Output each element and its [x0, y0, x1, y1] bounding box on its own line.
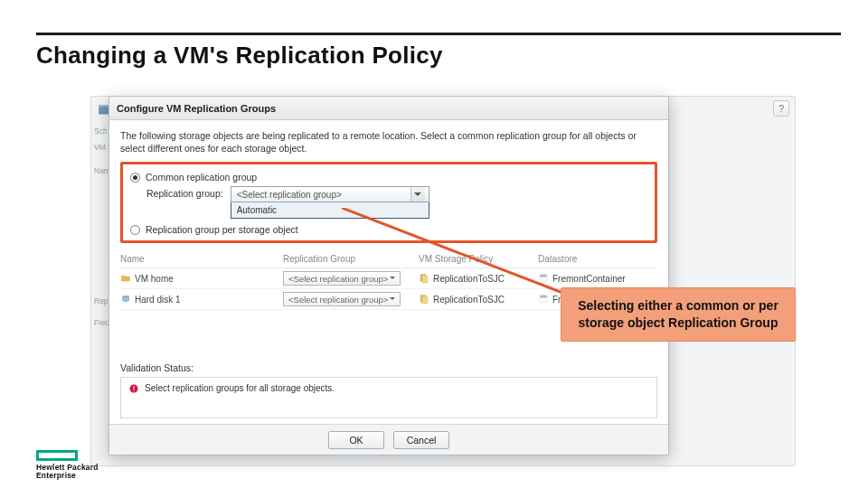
objects-table-header: Name Replication Group VM Storage Policy…: [120, 250, 657, 268]
col-datastore: Datastore: [538, 254, 657, 264]
ok-button[interactable]: OK: [328, 431, 384, 449]
disk-icon: [120, 294, 131, 305]
row-rg-select[interactable]: <Select replication group>: [283, 292, 401, 306]
bg-label: Freq: [94, 318, 109, 327]
chevron-down-icon: [410, 187, 425, 202]
radio-label: Replication group per storage object: [146, 224, 298, 235]
rule-top: [36, 33, 841, 35]
replication-group-choice-highlight: Common replication group Replication gro…: [120, 162, 657, 243]
modal-title: Configure VM Replication Groups: [117, 103, 276, 114]
configure-replication-modal: Configure VM Replication Groups The foll…: [108, 96, 669, 455]
svg-rect-11: [134, 390, 135, 391]
col-name: Name: [120, 254, 283, 264]
error-icon: [128, 383, 139, 394]
row-policy: ReplicationToSJC: [433, 274, 505, 284]
rg-select-label: Replication group:: [146, 186, 223, 199]
datastore-icon: [538, 273, 549, 284]
svg-rect-7: [422, 296, 428, 304]
modal-footer: OK Cancel: [109, 424, 668, 455]
policy-icon: [419, 294, 429, 305]
row-rg-value: <Select replication group>: [288, 274, 388, 284]
hpe-text-2: Enterprise: [36, 472, 99, 480]
hpe-logo: Hewlett Packard Enterprise: [36, 450, 99, 480]
rg-select-value: <Select replication group>: [237, 190, 342, 200]
policy-icon: [419, 273, 429, 284]
bg-label: Sch: [94, 127, 108, 136]
row-name: VM home: [135, 274, 174, 284]
datastore-icon: [538, 294, 549, 305]
modal-titlebar: Configure VM Replication Groups: [109, 97, 668, 120]
bg-label: Rep: [94, 296, 108, 305]
svg-rect-10: [134, 386, 135, 389]
rg-select[interactable]: <Select replication group>: [231, 186, 429, 202]
callout-text: Selecting either a common or per storage…: [578, 298, 778, 330]
row-rg-value: <Select replication group>: [288, 295, 388, 305]
table-row: VM home <Select replication group> Repli…: [120, 268, 657, 289]
svg-point-4: [540, 275, 547, 277]
callout-box: Selecting either a common or per storage…: [561, 287, 796, 342]
validation-message: Select replication groups for all storag…: [145, 383, 335, 393]
col-policy: VM Storage Policy: [419, 254, 538, 264]
row-datastore: FremontContainer: [552, 274, 626, 284]
svg-point-8: [540, 296, 547, 298]
hpe-bar-icon: [36, 450, 78, 461]
rg-option-automatic[interactable]: Automatic: [231, 202, 429, 218]
help-icon[interactable]: ?: [773, 100, 789, 117]
modal-intro-text: The following storage objects are being …: [120, 129, 657, 155]
radio-icon: [130, 173, 140, 183]
radio-per-object[interactable]: Replication group per storage object: [130, 224, 647, 235]
folder-icon: [120, 273, 131, 284]
chevron-down-icon: [388, 293, 397, 305]
radio-common-group[interactable]: Common replication group: [130, 172, 647, 183]
validation-box: Select replication groups for all storag…: [120, 377, 657, 418]
cancel-button[interactable]: Cancel: [393, 431, 449, 449]
validation-label: Validation Status:: [120, 362, 657, 373]
rg-select-dropdown: Automatic: [231, 202, 429, 219]
radio-label: Common replication group: [146, 172, 257, 183]
row-rg-select[interactable]: <Select replication group>: [283, 271, 401, 286]
svg-rect-3: [422, 276, 428, 283]
row-name: Hard disk 1: [135, 295, 181, 305]
page-title: Changing a VM's Replication Policy: [36, 42, 443, 70]
radio-icon: [130, 225, 140, 235]
chevron-down-icon: [388, 272, 397, 285]
modal-body: The following storage objects are being …: [109, 120, 668, 424]
row-policy: ReplicationToSJC: [433, 295, 505, 305]
col-rg: Replication Group: [283, 254, 419, 264]
